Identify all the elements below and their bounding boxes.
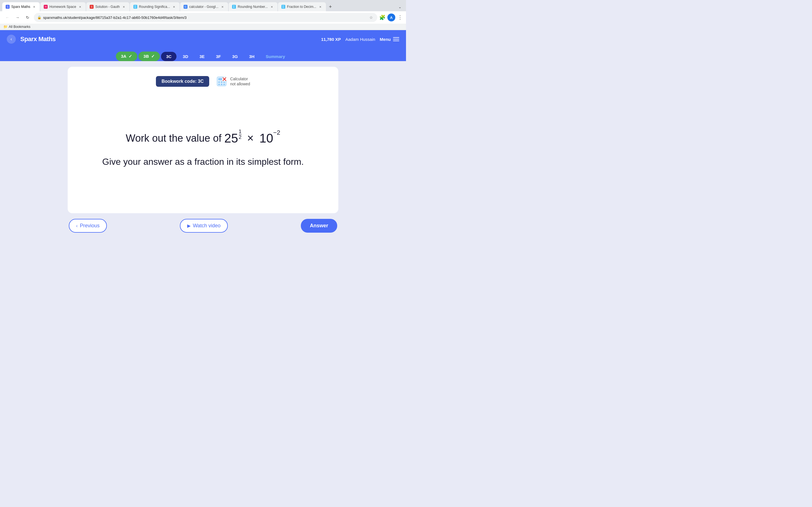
tab-favicon-fraction: Σ xyxy=(282,5,285,9)
tab-close-rounding-num[interactable]: ✕ xyxy=(269,4,274,9)
svg-rect-6 xyxy=(221,83,222,85)
task-tab-3g[interactable]: 3G xyxy=(227,52,243,61)
svg-rect-3 xyxy=(221,81,222,83)
check-icon-3a: ✓ xyxy=(129,54,132,59)
bookwork-row: Bookwork code: 3C xyxy=(156,76,250,87)
tab-close-homework[interactable]: ✕ xyxy=(78,4,82,9)
user-name: Aadam Hussain xyxy=(345,37,375,42)
tab-sparx-maths[interactable]: S Sparx Maths ✕ xyxy=(2,2,40,11)
exp-numerator: 1 xyxy=(239,129,242,135)
tab-title-solution: Solution - Gauth xyxy=(95,5,120,9)
app-container: ‹ Sparx Maths 11,780 XP Aadam Hussain Me… xyxy=(0,30,406,61)
answer-button[interactable]: Answer xyxy=(301,219,337,233)
exp-denominator: 2 xyxy=(239,135,242,140)
tab-favicon-homework: H xyxy=(44,5,48,9)
fraction-exponent: 1 2 xyxy=(239,129,242,140)
bottom-bar: ‹ Previous ▶ Watch video Answer xyxy=(68,219,338,233)
question-card: Bookwork code: 3C xyxy=(68,67,338,213)
previous-button[interactable]: ‹ Previous xyxy=(69,219,107,233)
task-tabs: 3A ✓ 3B ✓ 3C 3D 3E 3F 3G 3H Summary xyxy=(0,48,406,61)
tab-close-sparx[interactable]: ✕ xyxy=(32,4,36,9)
tab-title-rounding-sig: Rounding Significa... xyxy=(139,5,170,9)
chrome-menu-icon[interactable]: ⋮ xyxy=(398,14,403,20)
tab-title-rounding-num: Rounding Number... xyxy=(238,5,268,9)
math-expression: 25 1 2 × 10 −2 xyxy=(224,131,280,145)
back-nav-button[interactable]: ← xyxy=(3,13,11,21)
times-symbol: × xyxy=(247,132,254,145)
sparx-header: ‹ Sparx Maths 11,780 XP Aadam Hussain Me… xyxy=(0,30,406,48)
tab-favicon-rounding-sig: Σ xyxy=(133,5,137,9)
tab-favicon-sparx: S xyxy=(6,5,10,9)
bookmark-star-icon[interactable]: ☆ xyxy=(368,15,374,20)
question-math-line: Work out the value of 25 1 2 × 10 xyxy=(126,131,280,145)
menu-lines-icon xyxy=(393,37,399,41)
question-intro: Work out the value of xyxy=(126,132,221,144)
tab-close-rounding-sig[interactable]: ✕ xyxy=(172,4,176,9)
tab-list-button[interactable]: ⌄ xyxy=(396,4,404,10)
task-tab-3c[interactable]: 3C xyxy=(161,52,176,61)
tab-close-fraction[interactable]: ✕ xyxy=(318,4,322,9)
task-tab-3f[interactable]: 3F xyxy=(211,52,226,61)
task-tab-3h[interactable]: 3H xyxy=(244,52,259,61)
tab-title-calculator: calculator - Googl... xyxy=(189,5,218,9)
task-tab-3e[interactable]: 3E xyxy=(195,52,210,61)
tab-favicon-calculator: G xyxy=(184,5,188,9)
tab-close-calculator[interactable]: ✕ xyxy=(220,4,225,9)
power-base: 10 xyxy=(259,131,273,145)
bookmarks-bar: 📁 All Bookmarks xyxy=(0,24,406,30)
base-number: 25 xyxy=(224,131,238,145)
tab-solution[interactable]: S Solution - Gauth ✕ xyxy=(86,2,130,11)
task-tab-3d[interactable]: 3D xyxy=(177,52,193,61)
new-tab-button[interactable]: + xyxy=(326,3,335,11)
chevron-left-icon: ‹ xyxy=(76,223,78,228)
tab-rounding-num[interactable]: Σ Rounding Number... ✕ xyxy=(229,2,277,11)
tab-favicon-solution: S xyxy=(90,5,94,9)
profile-avatar[interactable]: A xyxy=(388,13,395,21)
bookmarks-folder-icon: 📁 xyxy=(3,25,8,29)
url-text: sparxmaths.uk/student/package/86715a37-b… xyxy=(43,15,366,20)
extensions-icon[interactable]: 🧩 xyxy=(379,15,385,20)
power-10: 10 −2 xyxy=(259,131,280,145)
address-bar-row: ← → ↻ 🔒 sparxmaths.uk/student/package/86… xyxy=(0,11,406,24)
forward-nav-button[interactable]: → xyxy=(13,13,21,21)
power-exponent: −2 xyxy=(273,129,280,136)
svg-rect-4 xyxy=(223,81,225,83)
tab-rounding-sig[interactable]: Σ Rounding Significa... ✕ xyxy=(130,2,180,11)
bookwork-code: Bookwork code: 3C xyxy=(156,76,209,87)
task-tab-summary[interactable]: Summary xyxy=(261,52,290,61)
tab-title-homework: Homework Space xyxy=(49,5,76,9)
bookmarks-label[interactable]: All Bookmarks xyxy=(9,25,31,29)
question-body: Work out the value of 25 1 2 × 10 xyxy=(102,94,304,204)
sparx-logo: Sparx Maths xyxy=(20,36,321,43)
svg-rect-2 xyxy=(218,81,220,83)
base-25: 25 1 2 xyxy=(224,131,242,145)
question-instruction: Give your answer as a fraction in its si… xyxy=(102,157,304,167)
tab-homework[interactable]: H Homework Space ✕ xyxy=(40,2,86,11)
tab-title-fraction: Fraction to Decim... xyxy=(287,5,316,9)
calculator-status: Calculator not allowed xyxy=(216,76,250,87)
header-right: 11,780 XP Aadam Hussain Menu xyxy=(321,37,399,42)
browser-chrome: S Sparx Maths ✕ H Homework Space ✕ S Sol… xyxy=(0,0,406,30)
svg-rect-7 xyxy=(223,83,225,85)
main-content: Bookwork code: 3C xyxy=(0,61,406,239)
tab-close-solution[interactable]: ✕ xyxy=(121,4,126,9)
address-bar[interactable]: 🔒 sparxmaths.uk/student/package/86715a37… xyxy=(34,13,377,22)
menu-button[interactable]: Menu xyxy=(380,37,399,42)
task-tab-3b[interactable]: 3B ✓ xyxy=(139,52,160,61)
calculator-icon xyxy=(216,76,227,87)
tab-title-sparx: Sparx Maths xyxy=(11,5,30,9)
svg-rect-5 xyxy=(218,83,220,85)
watch-video-button[interactable]: ▶ Watch video xyxy=(180,219,228,233)
tab-calculator[interactable]: G calculator - Googl... ✕ xyxy=(180,2,228,11)
check-icon-3b: ✓ xyxy=(151,54,155,59)
tab-bar: S Sparx Maths ✕ H Homework Space ✕ S Sol… xyxy=(0,0,406,11)
tab-fraction[interactable]: Σ Fraction to Decim... ✕ xyxy=(278,2,326,11)
reload-button[interactable]: ↻ xyxy=(24,13,32,21)
video-play-icon: ▶ xyxy=(187,223,191,228)
tab-favicon-rounding-num: Σ xyxy=(232,5,236,9)
calculator-text: Calculator not allowed xyxy=(230,76,250,87)
xp-badge: 11,780 XP xyxy=(321,37,341,42)
back-button[interactable]: ‹ xyxy=(7,35,16,44)
task-tab-3a[interactable]: 3A ✓ xyxy=(116,52,137,61)
